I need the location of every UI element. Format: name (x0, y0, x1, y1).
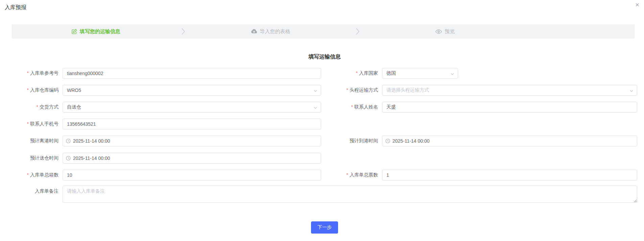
form-title: 填写运输信息 (12, 53, 637, 61)
total-tickets-label: *入库单总票数 (321, 172, 382, 178)
etd-input[interactable] (63, 136, 321, 146)
delivery-time-input[interactable] (63, 153, 321, 164)
country-select-value: 德国 (386, 70, 396, 76)
eye-icon (435, 29, 442, 34)
delivery-time-label: 预计送仓时间 (12, 155, 63, 161)
chevron-down-icon (313, 89, 317, 94)
delivery-time-datepicker[interactable] (63, 153, 321, 164)
required-mark: * (27, 70, 29, 76)
chevron-down-icon (313, 105, 317, 111)
eta-datepicker[interactable] (382, 136, 637, 146)
required-mark: * (27, 121, 29, 126)
contact-name-label: *联系人姓名 (321, 104, 382, 110)
edit-icon (71, 29, 77, 34)
row-totals: *入库单总箱数 *入库单总票数 (12, 170, 637, 180)
total-boxes-label: *入库单总箱数 (12, 172, 63, 178)
required-mark: * (356, 70, 358, 76)
step-label-2: 导入您的表格 (260, 28, 290, 35)
step-label-3: 预览 (445, 28, 455, 35)
row-warehouse-transport: *入库仓库编码 WRO5 *头程运输方式 请选择头程运输方式 (12, 85, 637, 96)
eta-label: 预计到港时间 (321, 138, 382, 144)
step-import-table[interactable]: 导入您的表格 (187, 28, 355, 35)
chevron-down-icon (450, 72, 454, 77)
row-remark: 入库单备注 (12, 186, 637, 203)
step-label-1: 填写您的运输信息 (80, 28, 120, 35)
delivery-method-label: *交货方式 (12, 104, 63, 110)
chevron-down-icon (629, 89, 634, 94)
total-boxes-input[interactable] (63, 170, 321, 180)
required-mark: * (351, 104, 353, 110)
step-preview[interactable]: 预览 (361, 28, 529, 35)
cloud-upload-icon (251, 29, 257, 34)
step-fill-transport-info[interactable]: 填写您的运输信息 (12, 28, 180, 35)
first-leg-label: *头程运输方式 (321, 87, 382, 93)
row-reference-country: *入库单参考号 *入库国家 德国 (12, 68, 637, 79)
steps-bar: 填写您的运输信息 导入您的表格 预览 (12, 24, 635, 39)
required-mark: * (37, 104, 38, 110)
next-step-button[interactable]: 下一步 (311, 221, 338, 234)
warehouse-code-select-value: WRO5 (67, 88, 81, 93)
form-footer: 下一步 (12, 221, 637, 234)
reference-no-label: *入库单参考号 (12, 70, 63, 76)
dialog-title: 入库预报 (5, 4, 26, 11)
contact-name-input[interactable] (382, 102, 637, 113)
chevron-right-icon (180, 28, 187, 35)
close-icon[interactable]: × (635, 1, 639, 8)
required-mark: * (347, 172, 348, 177)
row-etd-eta: 预计离港时间 预计到港时间 (12, 136, 637, 146)
row-delivery-time: 预计送仓时间 (12, 153, 637, 164)
warehouse-code-label: *入库仓库编码 (12, 87, 63, 93)
remark-label: 入库单备注 (12, 186, 63, 203)
reference-no-input[interactable] (63, 68, 321, 79)
country-select[interactable]: 德国 (382, 68, 458, 79)
first-leg-select[interactable]: 请选择头程运输方式 (382, 85, 637, 96)
etd-label: 预计离港时间 (12, 138, 63, 144)
total-tickets-input[interactable] (382, 170, 637, 180)
required-mark: * (347, 87, 348, 93)
first-leg-select-placeholder: 请选择头程运输方式 (386, 87, 429, 93)
delivery-method-select-value: 自送仓 (67, 104, 81, 110)
clock-icon (385, 139, 390, 145)
chevron-right-icon (354, 28, 361, 35)
eta-input[interactable] (382, 136, 637, 146)
clock-icon (66, 139, 71, 145)
row-contact-phone: *联系人手机号 (12, 119, 637, 129)
row-delivery-contact: *交货方式 自送仓 *联系人姓名 (12, 102, 637, 113)
remark-textarea[interactable] (63, 186, 637, 203)
delivery-method-select[interactable]: 自送仓 (63, 102, 321, 113)
etd-datepicker[interactable] (63, 136, 321, 146)
country-label: *入库国家 (321, 70, 382, 76)
steps-inner: 填写您的运输信息 导入您的表格 预览 (12, 24, 529, 39)
required-mark: * (27, 87, 29, 93)
contact-phone-input[interactable] (63, 119, 321, 129)
required-mark: * (27, 172, 29, 177)
clock-icon (66, 156, 71, 162)
contact-phone-label: *联系人手机号 (12, 121, 63, 127)
warehouse-code-select[interactable]: WRO5 (63, 85, 321, 96)
